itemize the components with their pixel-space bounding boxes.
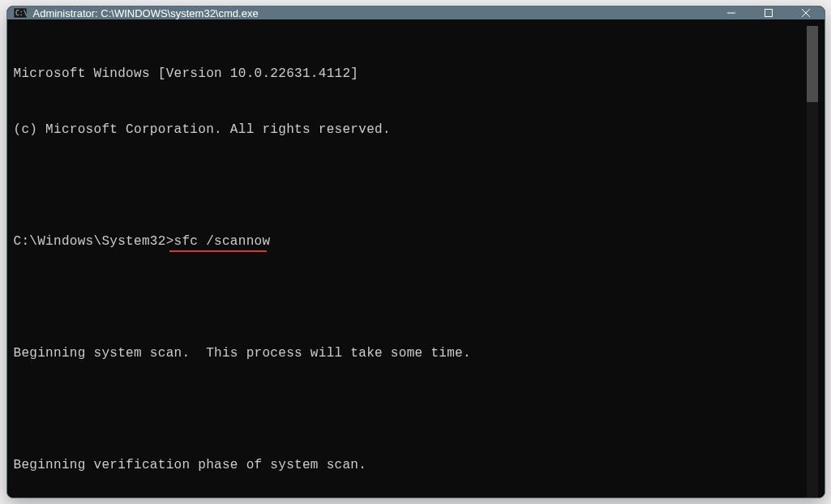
blank-line: [14, 400, 807, 419]
cmd-window: C:\ Administrator: C:\WINDOWS\system32\c…: [6, 6, 825, 498]
window-controls: [713, 6, 825, 19]
terminal-body[interactable]: Microsoft Windows [Version 10.0.22631.41…: [7, 19, 825, 498]
annotation-underline: [169, 250, 267, 253]
output-line: Beginning verification phase of system s…: [14, 456, 807, 475]
blank-line: [14, 288, 807, 307]
titlebar[interactable]: C:\ Administrator: C:\WINDOWS\system32\c…: [7, 6, 825, 19]
svg-text:C:\: C:\: [15, 10, 27, 17]
window-title: Administrator: C:\WINDOWS\system32\cmd.e…: [33, 7, 713, 19]
close-button[interactable]: [787, 6, 825, 19]
scrollbar-thumb[interactable]: [807, 26, 818, 102]
prompt-line: C:\Windows\System32>sfc /scannow: [14, 233, 807, 251]
output-line: Microsoft Windows [Version 10.0.22631.41…: [14, 65, 807, 83]
minimize-button[interactable]: [713, 6, 750, 19]
command-text: sfc /scannow: [174, 234, 271, 249]
output-line: (c) Microsoft Corporation. All rights re…: [14, 121, 807, 139]
svg-rect-3: [765, 10, 772, 17]
terminal-output: Microsoft Windows [Version 10.0.22631.41…: [14, 23, 807, 498]
blank-line: [14, 177, 807, 195]
scrollbar-track[interactable]: [807, 26, 818, 498]
prompt-prefix: C:\Windows\System32>: [14, 234, 174, 249]
cmd-icon: C:\: [14, 6, 27, 19]
output-line: Beginning system scan. This process will…: [14, 344, 807, 363]
maximize-button[interactable]: [750, 6, 787, 19]
